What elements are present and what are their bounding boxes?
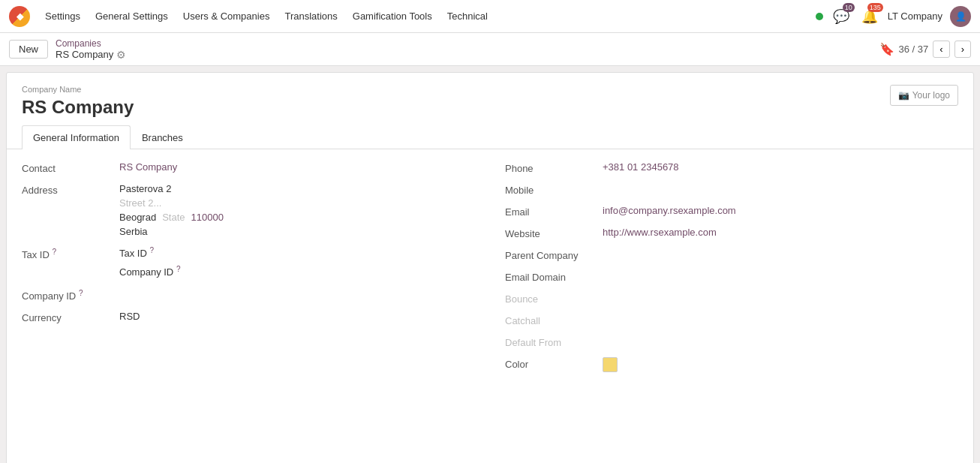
email-value[interactable]: info@company.rsexample.com: [603, 205, 736, 216]
email-field: Email info@company.rsexample.com: [505, 205, 958, 218]
contact-label: Contact: [22, 161, 119, 174]
company-id-label: Company ID ?: [22, 287, 119, 302]
company-name-value: RS Company: [22, 97, 958, 118]
main-content: Company Name RS Company 📷 Your logo Gene…: [6, 72, 974, 463]
tab-general-information[interactable]: General Information: [22, 125, 131, 149]
address-zip: 110000: [191, 212, 224, 223]
nav-users-companies[interactable]: Users & Companies: [183, 11, 270, 22]
email-domain-field: Email Domain: [505, 270, 958, 283]
default-from-label: Default From: [505, 335, 603, 348]
nav-general-settings[interactable]: General Settings: [95, 11, 168, 22]
form-area: Contact RS Company Address Pasterova 2 S…: [7, 149, 973, 393]
mobile-field: Mobile: [505, 183, 958, 196]
address-block: Pasterova 2 Street 2... Beograd State 11…: [119, 183, 224, 237]
catchall-label: Catchall: [505, 314, 603, 326]
email-label: Email: [505, 205, 603, 218]
contact-value[interactable]: RS Company: [119, 161, 177, 173]
parent-company-field: Parent Company: [505, 248, 958, 261]
breadcrumb-parent[interactable]: Companies: [56, 38, 126, 49]
logo-text: ◆: [17, 11, 23, 22]
company-id-value[interactable]: Company ID ?: [119, 265, 180, 278]
default-from-field: Default From: [505, 335, 958, 348]
address-city-row: Beograd State 110000: [119, 212, 224, 223]
company-id-field: Company ID ?: [22, 287, 475, 302]
messages-badge: 10: [843, 3, 855, 12]
nav-translations[interactable]: Translations: [284, 11, 337, 22]
status-indicator: [816, 13, 823, 20]
address-field: Address Pasterova 2 Street 2... Beograd …: [22, 183, 475, 237]
activity-badge: 135: [867, 3, 883, 12]
page-navigation: 🔖 36 / 37 ‹ ›: [879, 41, 971, 58]
nav-settings[interactable]: Settings: [45, 11, 80, 22]
tax-id-label: Tax ID ?: [22, 246, 119, 260]
bounce-field: Bounce: [505, 292, 958, 305]
contact-field: Contact RS Company: [22, 161, 475, 174]
tax-id-value[interactable]: Tax ID ?: [119, 246, 180, 259]
mobile-label: Mobile: [505, 183, 603, 196]
tab-branches[interactable]: Branches: [131, 125, 194, 149]
color-swatch[interactable]: [603, 357, 618, 372]
website-value[interactable]: http://www.rsexample.com: [603, 227, 717, 238]
breadcrumb: Companies RS Company ⚙: [56, 38, 126, 61]
prev-page-button[interactable]: ‹: [933, 41, 949, 58]
left-section: Contact RS Company Address Pasterova 2 S…: [22, 161, 475, 381]
address-label: Address: [22, 183, 119, 196]
topnav-right: 💬 10 🔔 135 LT Company 👤: [816, 6, 971, 27]
right-section: Phone +381 01 2345678 Mobile Email info@…: [505, 161, 958, 381]
color-field: Color: [505, 357, 958, 372]
website-field: Website http://www.rsexample.com: [505, 227, 958, 239]
nav-technical[interactable]: Technical: [447, 11, 488, 22]
phone-label: Phone: [505, 161, 603, 174]
phone-field: Phone +381 01 2345678: [505, 161, 958, 174]
bounce-label: Bounce: [505, 292, 603, 305]
address-city: Beograd: [119, 212, 156, 223]
next-page-button[interactable]: ›: [954, 41, 971, 58]
website-label: Website: [505, 227, 603, 239]
address-country: Serbia: [119, 226, 224, 237]
user-avatar[interactable]: 👤: [950, 6, 971, 27]
currency-field: Currency RSD: [22, 311, 475, 323]
currency-label: Currency: [22, 311, 119, 323]
nav-items: Settings General Settings Users & Compan…: [45, 11, 801, 22]
logo-upload-button[interactable]: 📷 Your logo: [890, 85, 958, 106]
breadcrumb-current: RS Company: [56, 49, 113, 60]
messages-button[interactable]: 💬 10: [831, 6, 852, 27]
secondary-toolbar: New Companies RS Company ⚙ 🔖 36 / 37 ‹ ›: [0, 33, 980, 66]
phone-value[interactable]: +381 01 2345678: [603, 161, 679, 173]
address-line1: Pasterova 2: [119, 183, 224, 194]
currency-value[interactable]: RSD: [119, 311, 140, 322]
catchall-field: Catchall: [505, 314, 958, 326]
tabs-bar: General Information Branches: [7, 125, 973, 149]
tax-id-field: Tax ID ? Tax ID ? Company ID ?: [22, 246, 475, 278]
bookmark-icon[interactable]: 🔖: [879, 42, 894, 56]
app-logo[interactable]: ◆: [9, 6, 30, 27]
email-domain-label: Email Domain: [505, 270, 603, 283]
company-name-nav[interactable]: LT Company: [888, 11, 942, 22]
settings-gear-icon[interactable]: ⚙: [116, 49, 126, 61]
address-state-label: State: [162, 212, 185, 223]
company-name-label: Company Name: [22, 85, 958, 94]
nav-gamification[interactable]: Gamification Tools: [353, 11, 432, 22]
company-header: Company Name RS Company 📷 Your logo: [7, 73, 973, 125]
address-line2[interactable]: Street 2...: [119, 197, 224, 209]
parent-company-label: Parent Company: [505, 248, 603, 261]
top-navigation: ◆ Settings General Settings Users & Comp…: [0, 0, 980, 33]
activity-button[interactable]: 🔔 135: [859, 6, 880, 27]
logo-label: Your logo: [912, 90, 950, 101]
camera-icon: 📷: [898, 90, 909, 101]
page-counter: 36 / 37: [899, 44, 929, 55]
color-label: Color: [505, 357, 603, 370]
new-button[interactable]: New: [9, 40, 48, 59]
